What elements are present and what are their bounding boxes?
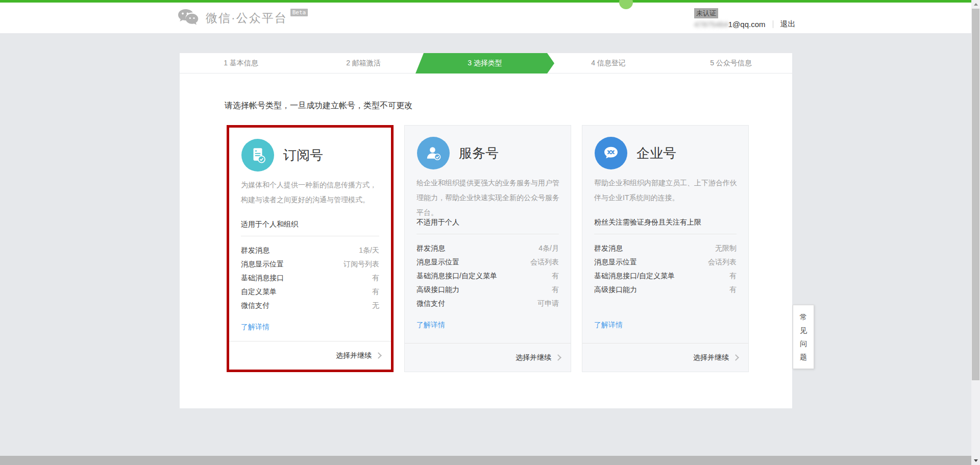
spec-label: 基础消息接口/自定义菜单 [416,272,497,281]
learn-more-link[interactable]: 了解详情 [416,321,445,330]
spec-row: 基础消息接口 有 [241,271,379,285]
card-head: 服务号 [417,137,499,169]
scrollbar-thumb[interactable] [972,9,979,380]
step-4-info-registration: 4 信息登记 [547,53,670,73]
spec-label: 自定义菜单 [241,287,277,297]
card-spec-list: 群发消息 无限制 消息显示位置 会话列表 基础消息接口/自定义菜单 有 高级接口… [594,241,737,297]
chevron-right-icon [732,354,739,361]
card-title: 订阅号 [283,146,323,164]
spec-label: 群发消息 [241,246,270,255]
spec-value: 有 [552,285,559,295]
account-row: 47875464 1@qq.com 退出 [694,19,796,29]
account-email-suffix: 1@qq.com [728,20,766,29]
faq-tab[interactable]: 常见问题 [793,305,814,369]
spec-row: 消息显示位置 会话列表 [416,255,559,269]
spec-value: 会话列表 [708,258,737,267]
step-1-basic-info: 1 基本信息 [180,53,302,73]
wechat-mp-registration-page: 微信·公众平台 Beta 未认证 47875464 1@qq.com 退出 1 … [0,0,980,465]
card-service-account[interactable]: 服务号 给企业和组织提供更强大的业务服务与用户管理能力，帮助企业快速实现全新的公… [404,125,571,372]
card-divider [594,234,737,234]
spec-label: 消息显示位置 [594,258,637,267]
card-title: 服务号 [459,144,499,162]
document-check-icon [241,139,274,172]
spec-label: 微信支付 [241,301,270,310]
wechat-logo-icon [177,8,201,30]
card-description: 给企业和组织提供更强大的业务服务与用户管理能力，帮助企业快速实现全新的公众号服务… [416,176,560,220]
step-3-choose-type-active: 3 选择类型 [415,53,554,74]
spec-value: 有 [729,285,737,295]
instruction-text: 请选择帐号类型，一旦成功建立帐号，类型不可更改 [225,101,412,111]
scrollbar-up-arrow[interactable] [971,0,980,9]
faq-tab-label: 常见问题 [799,310,807,363]
spec-value: 可申请 [537,299,559,308]
bottom-gray-bar [0,456,980,465]
step-2-email-activation: 2 邮箱激活 [302,53,425,73]
spec-label: 微信支付 [416,299,445,308]
card-divider [241,236,379,236]
main-panel: 1 基本信息 2 邮箱激活 4 信息登记 5 公众号信息 3 选择类型 请选择帐… [180,53,792,408]
card-divider [416,234,559,234]
spec-row: 群发消息 1条/天 [241,243,379,257]
spec-row: 高级接口能力 有 [594,283,737,297]
card-spec-list: 群发消息 4条/月 消息显示位置 会话列表 基础消息接口/自定义菜单 有 高级接… [416,241,559,310]
learn-more-link[interactable]: 了解详情 [594,321,623,330]
step-progress-bar: 1 基本信息 2 邮箱激活 4 信息登记 5 公众号信息 3 选择类型 [180,53,792,74]
card-spec-list: 群发消息 1条/天 消息显示位置 订阅号列表 基础消息接口 有 自定义菜单 有 [241,243,379,312]
spec-value: 4条/月 [538,244,559,253]
select-and-continue-button[interactable]: 选择并继续 [405,343,571,372]
beta-badge: Beta [290,9,308,16]
spec-value: 会话列表 [530,258,559,267]
spec-row: 群发消息 4条/月 [416,241,559,255]
spec-value: 无限制 [715,244,737,253]
spec-label: 高级接口能力 [416,285,459,295]
header-divider [773,20,773,28]
vertical-scrollbar[interactable] [971,0,980,465]
select-and-continue-button[interactable]: 选择并继续 [582,343,748,372]
card-head: 企业号 [595,137,676,169]
spec-row: 消息显示位置 订阅号列表 [241,257,379,271]
spec-label: 消息显示位置 [241,260,284,269]
spec-row: 群发消息 无限制 [594,241,737,255]
card-suitability: 粉丝关注需验证身份且关注有上限 [594,218,701,227]
card-enterprise-account[interactable]: 企业号 帮助企业和组织内部建立员工、上下游合作伙伴与企业IT系统间的连接。 粉丝… [582,125,749,372]
select-and-continue-label: 选择并继续 [516,353,551,362]
spec-value: 有 [372,274,379,283]
spec-value: 有 [552,272,559,281]
select-and-continue-label: 选择并继续 [693,353,729,362]
card-head: 订阅号 [241,139,323,172]
spec-row: 微信支付 无 [241,299,379,312]
spec-value: 有 [372,287,379,297]
spec-row: 基础消息接口/自定义菜单 有 [416,269,559,283]
spec-row: 自定义菜单 有 [241,285,379,299]
step-5-account-info: 5 公众号信息 [670,53,792,73]
header: 微信·公众平台 Beta 未认证 47875464 1@qq.com 退出 [0,3,980,33]
card-title: 企业号 [636,144,676,162]
account-status-badge: 未认证 [694,8,718,18]
learn-more-link[interactable]: 了解详情 [241,323,270,332]
chat-bubble-xx-icon [595,137,627,169]
logout-link[interactable]: 退出 [780,19,796,29]
card-suitability: 不适用于个人 [416,218,459,227]
scrollbar-down-arrow[interactable] [971,456,980,465]
spec-row: 微信支付 可申请 [416,297,559,310]
account-email-redacted: 47875464 [694,20,728,29]
person-check-icon [417,137,450,169]
brand-title: 微信·公众平台 [206,8,287,28]
chevron-right-icon [555,354,561,361]
select-and-continue-button[interactable]: 选择并继续 [229,341,391,370]
spec-row: 基础消息接口/自定义菜单 有 [594,269,737,283]
spec-row: 消息显示位置 会话列表 [594,255,737,269]
card-description: 为媒体和个人提供一种新的信息传播方式，构建与读者之间更好的沟通与管理模式。 [241,178,380,207]
account-type-cards: 订阅号 为媒体和个人提供一种新的信息传播方式，构建与读者之间更好的沟通与管理模式… [227,125,749,372]
spec-label: 群发消息 [594,244,623,253]
top-accent-bar [0,0,980,3]
spec-value: 有 [729,272,737,281]
spec-row: 高级接口能力 有 [416,283,559,297]
spec-label: 消息显示位置 [416,258,459,267]
chevron-right-icon [375,352,382,359]
card-description: 帮助企业和组织内部建立员工、上下游合作伙伴与企业IT系统间的连接。 [594,176,738,205]
card-subscription-account[interactable]: 订阅号 为媒体和个人提供一种新的信息传播方式，构建与读者之间更好的沟通与管理模式… [227,125,394,372]
spec-value: 1条/天 [359,246,379,255]
spec-label: 群发消息 [416,244,445,253]
spec-label: 高级接口能力 [594,285,637,295]
